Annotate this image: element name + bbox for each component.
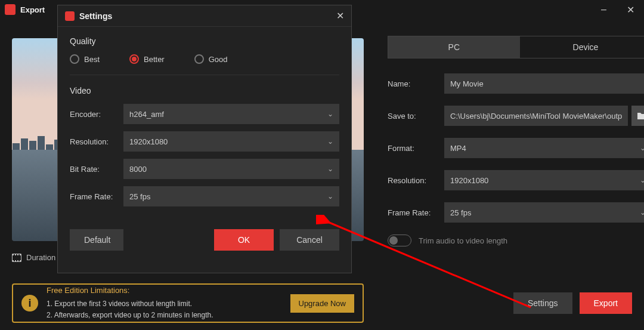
upgrade-button[interactable]: Upgrade Now (290, 294, 355, 313)
radio-icon (194, 54, 204, 64)
limitations-title: Free Edition Limitations: (47, 285, 282, 297)
duration-icon (12, 254, 21, 262)
chevron-down-icon: ⌄ (327, 137, 333, 146)
limitations-line1: 1. Export the first 3 videos without len… (47, 298, 282, 310)
encoder-select[interactable]: h264_amf⌄ (123, 104, 339, 124)
app-icon (5, 4, 16, 15)
saveto-label: Save to: (388, 112, 444, 121)
duration-label: Duration (26, 253, 55, 262)
framerate-select[interactable]: 25 fps⌄ (444, 202, 644, 223)
format-label: Format: (388, 144, 444, 153)
window-title: Export (20, 5, 45, 14)
name-input[interactable]: My Movie (444, 73, 644, 94)
radio-icon (70, 54, 79, 64)
chevron-down-icon: ⌄ (640, 208, 644, 217)
limitations-line2: 2. Afterwards, export video up to 2 minu… (47, 310, 282, 321)
quality-option-best[interactable]: Best (70, 54, 100, 64)
info-icon: i (21, 295, 38, 312)
folder-icon (637, 112, 644, 120)
export-target-tabs: PC Device (388, 36, 644, 58)
bitrate-label: Bit Rate: (70, 165, 123, 174)
browse-folder-button[interactable] (631, 106, 644, 126)
framerate-label: Frame Rate: (388, 208, 444, 217)
format-select[interactable]: MP4⌄ (444, 138, 644, 158)
dlg-framerate-select[interactable]: 25 fps⌄ (123, 186, 339, 206)
dialog-app-icon (65, 11, 75, 21)
resolution-select[interactable]: 1920x1080⌄ (444, 170, 644, 190)
name-label: Name: (388, 79, 444, 88)
resolution-label: Resolution: (388, 176, 444, 185)
radio-icon (129, 54, 139, 64)
close-button[interactable]: ✕ (617, 0, 644, 19)
default-button[interactable]: Default (70, 229, 123, 251)
quality-option-good[interactable]: Good (194, 54, 228, 64)
encoder-label: Encoder: (70, 110, 123, 119)
quality-section-title: Quality (70, 36, 339, 46)
tab-device[interactable]: Device (520, 36, 644, 58)
ok-button[interactable]: OK (214, 229, 274, 251)
chevron-down-icon: ⌄ (327, 192, 333, 201)
dialog-title: Settings (79, 11, 112, 21)
dlg-resolution-select[interactable]: 1920x1080⌄ (123, 131, 339, 152)
settings-button[interactable]: Settings (513, 292, 572, 314)
settings-dialog: Settings ✕ Quality Best Better Good Vide… (57, 5, 352, 273)
bitrate-select[interactable]: 8000⌄ (123, 159, 339, 179)
saveto-input[interactable]: C:\Users\bj\Documents\MiniTool MovieMake… (444, 106, 628, 126)
minimize-button[interactable]: – (590, 0, 617, 19)
trim-audio-label: Trim audio to video length (419, 236, 507, 245)
cancel-button[interactable]: Cancel (280, 229, 339, 251)
chevron-down-icon: ⌄ (327, 165, 333, 173)
chevron-down-icon: ⌄ (327, 110, 333, 118)
video-section-title: Video (70, 86, 339, 95)
dialog-close-button[interactable]: ✕ (336, 10, 344, 21)
chevron-down-icon: ⌄ (640, 144, 644, 152)
dlg-resolution-label: Resolution: (70, 137, 123, 146)
limitations-banner: i Free Edition Limitations: 1. Export th… (12, 283, 364, 323)
quality-option-better[interactable]: Better (129, 54, 165, 64)
trim-audio-toggle[interactable] (388, 235, 411, 246)
chevron-down-icon: ⌄ (640, 176, 644, 184)
export-button[interactable]: Export (580, 292, 632, 314)
tab-pc[interactable]: PC (388, 36, 520, 58)
dlg-framerate-label: Frame Rate: (70, 192, 123, 201)
